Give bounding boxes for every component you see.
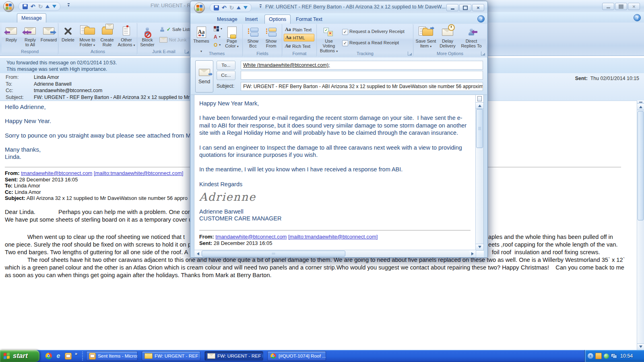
themes-button[interactable]: Aa Themes ▾ <box>192 25 211 53</box>
compose-vertical-scrollbar[interactable] <box>475 95 483 250</box>
close-button[interactable]: ✕ <box>628 3 640 10</box>
taskbar-item-message-compose[interactable]: FW: URGENT - REF B... <box>204 351 263 361</box>
previous-item-icon[interactable] <box>237 6 241 9</box>
tab-message[interactable]: Message <box>17 13 46 23</box>
undo-icon[interactable]: ↶ <box>31 4 35 9</box>
next-item-icon[interactable] <box>244 6 248 9</box>
show-bcc-button[interactable]: Show Bcc <box>244 25 262 48</box>
customize-qat-icon[interactable]: ▾ <box>68 3 70 7</box>
body-line: which is a green panel colour and the ot… <box>5 264 637 272</box>
more-options-dialog-launcher-icon[interactable] <box>481 51 485 56</box>
forward-button[interactable]: Forward <box>40 23 57 42</box>
cc-field[interactable] <box>241 71 483 80</box>
taskbar-item-sent-items[interactable]: Sent Items - Microsof... <box>86 351 138 361</box>
compose-horizontal-scrollbar[interactable] <box>194 250 476 257</box>
back-vertical-scrollbar[interactable] <box>637 101 644 350</box>
paragraph: I can send an engineer to Inspect the da… <box>199 144 471 159</box>
paragraph: Linda. <box>5 153 21 160</box>
move-to-folder-button[interactable]: Move to Folder ▾ <box>77 23 97 47</box>
scroll-thumb[interactable] <box>202 251 345 257</box>
tab-insert[interactable]: Insert <box>241 15 262 24</box>
dropdown-arrow-icon: ▾ <box>219 35 221 39</box>
scroll-up-button[interactable] <box>637 104 644 110</box>
recipient-chip[interactable]: White (tmandaewhite@btconnect.com); <box>243 62 330 68</box>
scroll-thumb[interactable] <box>476 109 483 148</box>
cc-button[interactable]: Cc... <box>217 71 235 80</box>
read-receipt-checkbox[interactable]: ✓ <box>342 40 348 46</box>
rich-text-button[interactable]: Aa Rich Text <box>284 42 316 50</box>
tab-format-text[interactable]: Format Text <box>292 15 326 24</box>
tab-message[interactable]: Message <box>213 15 242 24</box>
send-button[interactable]: Send <box>195 60 213 93</box>
office-button[interactable] <box>3 1 14 12</box>
plain-text-button[interactable]: Aa Plain Text <box>284 26 316 33</box>
dropdown-arrow-icon: ▾ <box>430 45 431 48</box>
voting-buttons-icon: ✓✕ <box>324 26 334 39</box>
save-icon[interactable] <box>214 5 219 10</box>
delivery-receipt-checkbox[interactable]: ✓ <box>342 29 348 35</box>
scroll-down-button[interactable] <box>476 244 483 250</box>
page-color-button[interactable]: Page Color ▾ <box>223 25 241 48</box>
quicklaunch-internet-explorer-icon[interactable]: e <box>55 352 62 360</box>
compose-body[interactable]: Happy New Year Mark, I have been forward… <box>194 95 484 251</box>
minimize-button[interactable] <box>602 3 614 10</box>
redo-icon[interactable]: ↻ <box>229 5 234 10</box>
to-button[interactable]: To... <box>217 61 235 70</box>
help-icon[interactable]: ? <box>634 14 641 21</box>
email-link[interactable]: tmandaewhite@btconnect.com <box>21 170 92 176</box>
tray-status-icon[interactable] <box>604 354 609 359</box>
not-junk-button[interactable]: Not Junk <box>158 36 188 43</box>
delete-button[interactable]: Delete <box>60 23 76 42</box>
show-from-button[interactable]: Show From <box>262 25 280 48</box>
subject-field[interactable]: FW: URGENT - REF Berry Barton - ABI Ariz… <box>241 82 483 91</box>
junk-dialog-launcher-icon[interactable] <box>185 49 189 53</box>
scroll-thumb[interactable] <box>638 111 644 220</box>
tray-outlook-reminder-icon[interactable] <box>595 353 602 359</box>
taskbar-item-browser-quote[interactable]: [#QUOT-1074] Roof ... <box>267 351 326 361</box>
create-rule-button[interactable]: Create Rule <box>98 23 116 47</box>
ruler-toggle-button[interactable] <box>476 95 483 103</box>
save-sent-item-button[interactable]: Save Sent Item ▾ <box>415 25 437 48</box>
tracking-dialog-launcher-icon[interactable] <box>408 51 412 56</box>
office-button[interactable] <box>194 2 205 13</box>
undo-icon[interactable]: ↶ <box>222 5 227 10</box>
quicklaunch-chrome-icon[interactable] <box>45 352 52 360</box>
next-item-icon[interactable] <box>52 5 56 8</box>
use-voting-buttons-button[interactable]: ✓✕ Use Voting Buttons ▾ <box>318 25 339 53</box>
previous-item-icon[interactable] <box>45 5 50 8</box>
scroll-up-button[interactable] <box>476 103 483 109</box>
close-button[interactable]: ✕ <box>472 4 484 11</box>
other-actions-button[interactable]: Other Actions ▾ <box>117 23 136 47</box>
help-icon[interactable]: ? <box>477 15 485 23</box>
scroll-left-button[interactable] <box>194 251 201 257</box>
splitter-handle[interactable] <box>637 101 644 104</box>
block-sender-button[interactable]: Block Sender <box>138 23 156 47</box>
restore-button[interactable] <box>615 3 627 10</box>
tray-network-icon[interactable] <box>611 354 617 358</box>
start-button[interactable]: start <box>0 350 39 362</box>
tray-collapse-icon[interactable]: ‹ <box>588 353 593 359</box>
email-link[interactable]: tmandaewhite@btconnect.com <box>215 234 287 240</box>
to-field[interactable]: White (tmandaewhite@btconnect.com); <box>241 61 483 70</box>
reply-to-all-button[interactable]: Reply to All <box>21 23 39 47</box>
tab-options[interactable]: Options <box>264 14 291 24</box>
back-window-controls: ✕ <box>602 3 640 10</box>
redo-icon[interactable]: ↻ <box>38 4 43 9</box>
mailto-link[interactable]: [mailto:tmandaewhite@btconnect.com] <box>288 234 378 240</box>
quicklaunch-overflow-icon[interactable]: » <box>75 351 77 356</box>
delay-delivery-button[interactable]: Delay Delivery <box>438 25 457 48</box>
signature-name: Adrienne Barwell <box>199 208 471 215</box>
customize-qat-icon[interactable]: ▾ <box>260 4 262 8</box>
quicklaunch-outlook-icon[interactable] <box>64 352 72 360</box>
reply-button[interactable]: Reply <box>2 23 20 42</box>
mailto-link[interactable]: [mailto:tmandaewhite@btconnect.com] <box>94 170 183 176</box>
minimize-button[interactable] <box>446 4 458 11</box>
scroll-down-button[interactable] <box>637 343 644 350</box>
maximize-button[interactable] <box>459 4 471 11</box>
save-icon[interactable] <box>23 4 28 9</box>
taskbar-item-message-read[interactable]: FW: URGENT - REF B... <box>142 351 200 361</box>
html-button[interactable]: Aa HTML <box>284 34 314 41</box>
front-titlebar[interactable]: ↶ ↻ ▾ FW: URGENT - REF Berry Barton - AB… <box>190 1 487 14</box>
scroll-right-button[interactable] <box>469 251 476 257</box>
direct-replies-to-button[interactable]: Direct Replies To <box>459 25 484 48</box>
